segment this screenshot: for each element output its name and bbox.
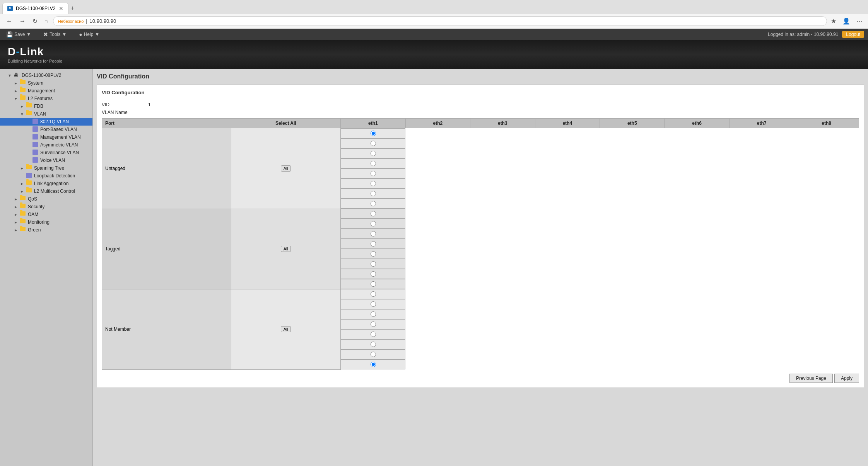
star-icon[interactable]: ★ — [829, 17, 838, 26]
sidebar-item-portbasedvlan[interactable]: Port-Based VLAN — [0, 126, 92, 133]
table-row-notmember: Not Member All — [102, 289, 859, 369]
untagged-eth6-radio[interactable] — [371, 181, 376, 186]
expander-oam: ► — [14, 213, 19, 217]
address-separator: | — [86, 19, 87, 24]
untagged-eth4-radio[interactable] — [371, 161, 376, 166]
help-icon: ● — [79, 31, 82, 37]
sidebar-item-l2features[interactable]: ▼ L2 Features — [0, 95, 92, 102]
notmember-eth4-radio[interactable] — [371, 321, 376, 327]
untagged-eth1-radio[interactable] — [371, 131, 376, 136]
tab-bar: D DGS-1100-08PLV2 ✕ + — [0, 0, 868, 14]
address-bar[interactable]: Небезопасно | 10.90.90.90 — [53, 16, 827, 26]
notmember-eth5-cell — [341, 329, 405, 339]
untagged-eth2-radio[interactable] — [371, 141, 376, 146]
tagged-eth7-radio[interactable] — [371, 271, 376, 277]
tagged-eth1-radio[interactable] — [371, 211, 376, 216]
notmember-eth3-radio[interactable] — [371, 311, 376, 317]
sidebar-item-l2multicast[interactable]: ► L2 Multicast Control — [0, 187, 92, 195]
untagged-eth3-radio[interactable] — [371, 151, 376, 156]
tagged-all-button[interactable]: All — [281, 246, 291, 252]
notmember-eth5-radio[interactable] — [371, 332, 376, 337]
vlan-folder-icon — [26, 111, 32, 117]
profile-icon[interactable]: 👤 — [841, 17, 852, 26]
tagged-eth6-radio[interactable] — [371, 261, 376, 267]
untagged-eth7-cell — [341, 189, 405, 199]
notmember-eth1-radio[interactable] — [371, 291, 376, 297]
untagged-eth7-radio[interactable] — [371, 191, 376, 196]
sidebar-item-vlan[interactable]: ▼ VLAN — [0, 110, 92, 118]
page-title: VID Configuration — [97, 73, 864, 80]
sidebar-item-management[interactable]: ► Management — [0, 87, 92, 95]
untagged-eth8-radio[interactable] — [371, 201, 376, 206]
tagged-eth2-radio[interactable] — [371, 221, 376, 226]
logout-button[interactable]: Logout — [842, 31, 864, 38]
tab-close-button[interactable]: ✕ — [59, 5, 63, 12]
apply-button[interactable]: Apply — [834, 374, 859, 383]
tagged-selectall: All — [231, 209, 341, 289]
previous-page-button[interactable]: Previous Page — [789, 374, 833, 383]
sidebar-item-security[interactable]: ► Security — [0, 203, 92, 211]
notmember-eth2-radio[interactable] — [371, 301, 376, 307]
notmember-eth8-radio[interactable] — [371, 362, 376, 367]
untagged-all-button[interactable]: All — [281, 165, 291, 172]
sidebar-item-loopback[interactable]: Loopback Detection — [0, 172, 92, 180]
sidebar-label-surveillance: Surveillance VLAN — [40, 150, 79, 155]
notmember-eth7-radio[interactable] — [371, 352, 376, 357]
sidebar-item-fdb[interactable]: ► FDB — [0, 102, 92, 110]
sidebar-item-asymmetricvlan[interactable]: Asymmetric VLAN — [0, 141, 92, 149]
save-button[interactable]: 💾 Save ▼ — [4, 31, 33, 38]
untagged-eth5-radio[interactable] — [371, 171, 376, 176]
help-label: Help — [84, 32, 94, 37]
sidebar-label-voice: Voice VLAN — [40, 158, 65, 163]
sidebar-item-oam[interactable]: ► OAM — [0, 211, 92, 218]
sidebar-item-spanningtree[interactable]: ► Spanning Tree — [0, 164, 92, 172]
untagged-eth8-cell — [341, 199, 405, 209]
content-area: VID Configuration VID Configuration VID … — [93, 69, 868, 466]
new-tab-button[interactable]: + — [68, 2, 77, 14]
help-button[interactable]: ● Help ▼ — [77, 31, 102, 38]
sidebar-label-asymmetric: Asymmetric VLAN — [40, 142, 78, 148]
sidebar-item-qos[interactable]: ► QoS — [0, 195, 92, 203]
notmember-eth3-cell — [341, 309, 405, 319]
notmember-eth8-cell — [341, 359, 405, 369]
qos-folder-icon — [20, 196, 26, 202]
expander-spanning: ► — [20, 166, 25, 170]
main-layout: ▼ 🖶 DGS-1100-08PLV2 ► System ► Managemen… — [0, 69, 868, 466]
sidebar-item-8021qvlan[interactable]: 802.1Q VLAN — [0, 118, 92, 126]
sidebar-label-vlan: VLAN — [34, 111, 46, 117]
untagged-eth6-cell — [341, 179, 405, 189]
sidebar-item-monitoring[interactable]: ► Monitoring — [0, 218, 92, 226]
toolbar-right: Logged in as: admin - 10.90.90.91 Logout — [768, 31, 864, 38]
untagged-eth5-cell — [341, 168, 405, 179]
notmember-eth6-radio[interactable] — [371, 342, 376, 347]
save-dropdown-icon: ▼ — [26, 32, 31, 37]
tagged-eth8-cell — [341, 279, 405, 289]
tagged-eth4-radio[interactable] — [371, 241, 376, 247]
browser-tab[interactable]: D DGS-1100-08PLV2 ✕ — [2, 3, 68, 14]
sidebar-item-managementvlan[interactable]: Management VLAN — [0, 133, 92, 141]
col-eth2: eth2 — [405, 119, 470, 128]
sidebar-item-green[interactable]: ► Green — [0, 226, 92, 234]
sidebar-item-surveillancevlan[interactable]: Surveillance VLAN — [0, 149, 92, 156]
tagged-eth3-radio[interactable] — [371, 231, 376, 236]
sidebar-label-8021q: 802.1Q VLAN — [40, 119, 69, 124]
tools-button[interactable]: ✖ Tools ▼ — [41, 31, 69, 38]
address-text: 10.90.90.90 — [90, 18, 116, 24]
sidebar-item-device[interactable]: ▼ 🖶 DGS-1100-08PLV2 — [0, 71, 92, 79]
home-button[interactable]: ⌂ — [42, 17, 51, 26]
sidebar-item-system[interactable]: ► System — [0, 79, 92, 87]
notmember-all-button[interactable]: All — [281, 326, 291, 332]
logged-in-text: Logged in as: admin - 10.90.90.91 — [768, 32, 838, 37]
nav-bar: ← → ↻ ⌂ Небезопасно | 10.90.90.90 ★ 👤 ⋯ — [0, 14, 868, 29]
vlan-name-label: VLAN Name — [102, 110, 140, 115]
tagged-eth5-radio[interactable] — [371, 251, 376, 257]
settings-icon[interactable]: ⋯ — [855, 17, 864, 26]
sidebar-item-voicevlan[interactable]: Voice VLAN — [0, 156, 92, 164]
back-button[interactable]: ← — [4, 17, 15, 26]
tagged-eth8-radio[interactable] — [371, 281, 376, 287]
logo-area: D-Link Building Networks for People — [8, 46, 62, 63]
reload-button[interactable]: ↻ — [30, 17, 40, 26]
surveillance-page-icon — [32, 150, 39, 156]
forward-button[interactable]: → — [17, 17, 28, 26]
sidebar-item-linkagg[interactable]: ► Link Aggregation — [0, 180, 92, 187]
